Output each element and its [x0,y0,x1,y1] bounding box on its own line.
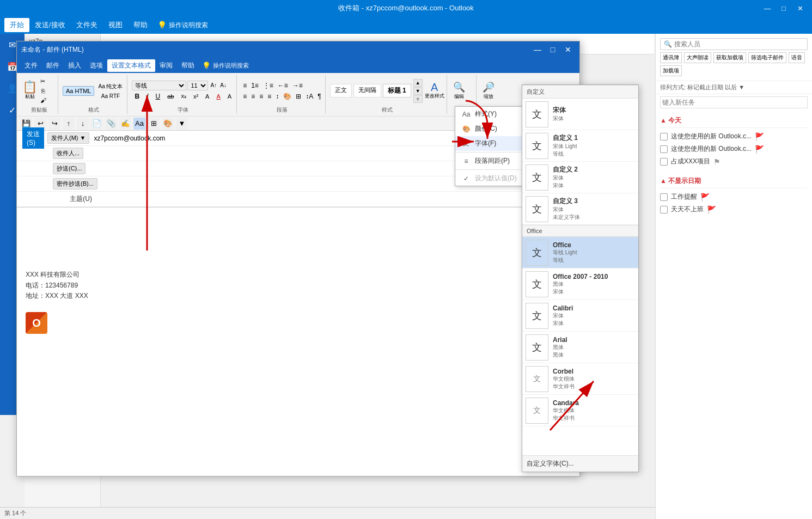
paste-btn[interactable]: 📋 粘贴 [22,81,37,100]
send-btn[interactable]: 发送(S) [22,127,44,149]
font-size-select[interactable]: 11 [187,81,208,90]
compose-menu-format[interactable]: 设置文本格式 [107,59,155,72]
edit-btn[interactable]: 🔍 编辑 [451,80,467,102]
to-btn[interactable]: 收件人... [53,148,83,159]
rtf-btn[interactable]: Aa RTF [96,92,125,100]
styles-up-btn[interactable]: ▲ [413,79,423,87]
btn-filter[interactable]: 筛选电子邮件 [748,52,786,63]
qa-attach-btn[interactable]: 📎 [105,118,117,130]
search-person-input[interactable] [674,40,804,48]
qa-up-btn[interactable]: ↑ [63,118,75,130]
font-item-office-2[interactable]: 文 Calibri 宋体 宋体 [522,300,638,332]
compose-minimize-btn[interactable]: — [530,44,545,56]
style-normal[interactable]: 正文 [330,84,352,97]
font-color-btn[interactable]: A [213,92,223,101]
outlook-menu-view[interactable]: 视图 [103,18,128,32]
font-item-office-4[interactable]: 文 Corbel 华文楷体 华文祥书 [522,363,638,395]
justify-btn[interactable]: ≡ [266,91,273,101]
compose-menu-review[interactable]: 审阅 [155,59,177,72]
font-item-office-5[interactable]: 文 Candara 华文楷体 华文祥书 [522,395,638,426]
change-styles-btn[interactable]: A 更改样式 [425,82,444,100]
html-btn[interactable]: Aa HTML [63,86,94,96]
nodate-checkbox-1[interactable] [660,193,668,201]
line-spacing-btn[interactable]: ↕ [274,91,280,101]
outdent-btn[interactable]: ←≡ [276,81,290,90]
new-task-input[interactable] [660,96,808,108]
task-flag-1[interactable]: 🚩 [755,132,764,141]
compose-close-btn[interactable]: ✕ [561,44,575,56]
clear-format-btn[interactable]: A [203,92,212,101]
qa-insert-file-btn[interactable]: 📄 [91,118,103,130]
superscript-btn[interactable]: x² [191,92,201,101]
strikethrough-btn[interactable]: ab [164,92,176,101]
btn-plugins[interactable]: 加载项 [660,65,682,76]
compose-menu-insert[interactable]: 插入 [64,59,86,72]
from-btn[interactable]: 发件人(M) ▼ [47,132,89,144]
compose-restore-btn[interactable]: □ [546,44,560,56]
format-painter-btn[interactable]: 🖌 [38,96,48,105]
align-right-btn[interactable]: ≡ [258,91,265,101]
ul-btn[interactable]: ≡ [241,81,248,90]
style-h1[interactable]: 标题 1 [383,84,411,97]
outlook-minimize-btn[interactable]: — [760,2,775,14]
bcc-btn[interactable]: 密件抄送(B)... [53,178,97,190]
nodate-flag-1[interactable]: 🚩 [700,193,710,202]
copy-btn[interactable]: ⎘ [38,87,48,95]
subject-input[interactable] [96,194,579,204]
styles-more-btn[interactable]: ▿ [413,95,423,103]
shading-btn[interactable]: 🎨 [282,91,293,101]
align-left-btn[interactable]: ≡ [241,91,248,101]
task-flag-3[interactable]: ⚑ [713,157,721,166]
qa-redo-btn[interactable]: ↪ [48,118,60,130]
show-marks-btn[interactable]: ¶ [316,91,322,101]
outlook-menu-folder[interactable]: 文件夹 [71,18,103,32]
ol-btn[interactable]: 1≡ [249,81,260,90]
zoom-btn[interactable]: 🔎 缩放 [481,80,496,102]
font-panel-footer[interactable]: 自定义字体(C)... [522,455,638,472]
font-item-custom-1[interactable]: 文 自定义 1 宋体 Light 等线 [522,130,638,162]
qa-table-btn[interactable]: ⊞ [148,118,160,130]
decrease-font-btn[interactable]: A↓ [219,81,228,89]
task-checkbox-2[interactable] [660,145,668,153]
styles-down-btn[interactable]: ▼ [413,87,423,95]
increase-font-btn[interactable]: A↑ [209,81,218,89]
sort-btn[interactable]: ↕A [304,91,315,101]
compose-menu-mail[interactable]: 邮件 [42,59,64,72]
border-btn[interactable]: ⊞ [294,91,303,101]
font-item-office-3[interactable]: 文 Arial 黑体 黑体 [522,332,638,363]
qa-font-color-btn[interactable]: Aa [133,118,145,130]
search-person-box[interactable]: 🔍 [660,38,808,50]
btn-tts[interactable]: 大声朗读 [684,52,711,63]
cc-btn[interactable]: 抄送(C)... [53,163,86,174]
compose-menu-help[interactable]: 帮助 [177,59,199,72]
task-flag-2[interactable]: 🚩 [755,145,764,154]
outlook-menu-start[interactable]: 开始 [4,18,29,32]
font-item-custom-3[interactable]: 文 自定义 3 宋体 未定义字体 [522,193,638,225]
qa-more-btn[interactable]: ▼ [176,118,188,130]
outlook-maximize-btn[interactable]: □ [776,2,791,14]
italic-btn[interactable]: I [144,91,151,101]
bold-btn[interactable]: B [132,91,142,101]
btn-addressbook[interactable]: 通讯簿 [660,52,682,63]
btn-voice[interactable]: 语音 [789,52,805,63]
highlight-btn[interactable]: A [225,92,234,101]
font-item-custom-2[interactable]: 文 自定义 2 宋体 宋体 [522,162,638,193]
outlook-menu-send[interactable]: 发送/接收 [29,18,71,32]
nodate-flag-2[interactable]: 🚩 [707,205,716,214]
indent-btn[interactable]: →≡ [291,81,304,90]
task-checkbox-1[interactable] [660,133,668,141]
font-item-custom-0[interactable]: 文 宋体 宋体 [522,99,638,130]
font-panel-scroll[interactable]: 自定义 文 宋体 宋体 文 自定义 1 宋体 Light 等线 [522,85,638,455]
compose-menu-options[interactable]: 选项 [86,59,107,72]
font-family-select[interactable]: 等线 [132,81,186,90]
font-item-office-1[interactable]: 文 Office 2007 - 2010 黑体 宋体 [522,268,638,300]
qa-signature-btn[interactable]: ✍ [119,118,131,130]
outlook-menu-help[interactable]: 帮助 [128,18,153,32]
sort-label[interactable]: 排列方式: 标记截止日期 以后 ▼ [656,81,812,94]
btn-addins[interactable]: 获取加载项 [713,52,746,63]
qa-color-picker-btn[interactable]: 🎨 [162,118,174,130]
subscript-btn[interactable]: x₂ [178,91,189,101]
nodate-checkbox-2[interactable] [660,206,668,213]
qa-down-btn[interactable]: ↓ [77,118,89,130]
task-checkbox-3[interactable] [660,158,668,166]
